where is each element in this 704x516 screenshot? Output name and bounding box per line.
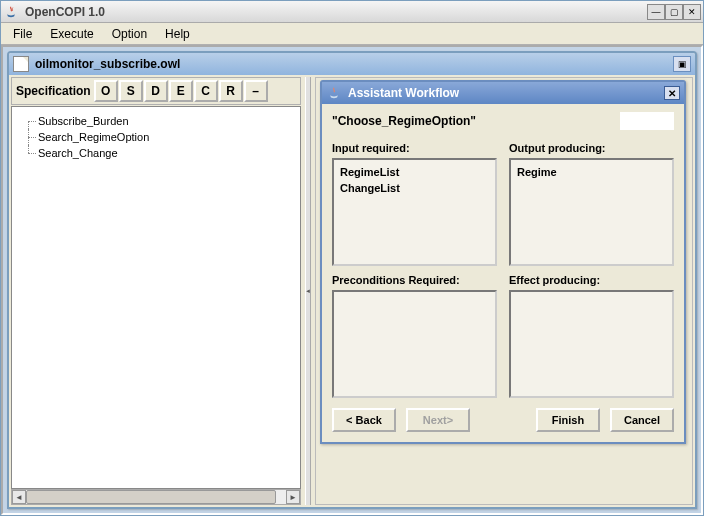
menu-execute[interactable]: Execute — [42, 25, 101, 43]
dialog-title: Assistant Workflow — [346, 86, 664, 100]
effects-list[interactable] — [509, 290, 674, 398]
window-titlebar: OpenCOPI 1.0 — ▢ ✕ — [1, 1, 703, 23]
scroll-right-button[interactable]: ► — [286, 490, 300, 504]
minimize-button[interactable]: — — [647, 4, 665, 20]
assistant-workflow-dialog: Assistant Workflow ✕ "Choose_RegimeOptio… — [320, 80, 686, 444]
specification-tree[interactable]: Subscribe_Burden Search_RegimeOption Sea… — [11, 106, 301, 489]
finish-button[interactable]: Finish — [536, 408, 600, 432]
scroll-left-button[interactable]: ◄ — [12, 490, 26, 504]
tree-item[interactable]: Subscribe_Burden — [16, 113, 296, 129]
next-button[interactable]: Next> — [406, 408, 470, 432]
horizontal-scrollbar[interactable]: ◄ ► — [11, 489, 301, 505]
close-button[interactable]: ✕ — [683, 4, 701, 20]
tree-item[interactable]: Search_Change — [16, 145, 296, 161]
spec-button-e[interactable]: E — [169, 80, 193, 102]
spec-button-c[interactable]: C — [194, 80, 218, 102]
cancel-button[interactable]: Cancel — [610, 408, 674, 432]
input-required-label: Input required: — [332, 142, 497, 154]
spec-button-r[interactable]: R — [219, 80, 243, 102]
menu-file[interactable]: File — [5, 25, 40, 43]
dialog-titlebar[interactable]: Assistant Workflow ✕ — [322, 82, 684, 104]
spec-button-d[interactable]: D — [144, 80, 168, 102]
menu-help[interactable]: Help — [157, 25, 198, 43]
window-title: OpenCOPI 1.0 — [23, 5, 647, 19]
workflow-name-field[interactable] — [620, 112, 674, 130]
preconditions-list[interactable] — [332, 290, 497, 398]
maximize-button[interactable]: ▢ — [665, 4, 683, 20]
preconditions-label: Preconditions Required: — [332, 274, 497, 286]
spec-button-o[interactable]: O — [94, 80, 118, 102]
effect-producing-label: Effect producing: — [509, 274, 674, 286]
internal-maximize-button[interactable]: ▣ — [673, 56, 691, 72]
input-required-list[interactable]: RegimeList ChangeList — [332, 158, 497, 266]
spec-button-s[interactable]: S — [119, 80, 143, 102]
java-icon — [326, 85, 342, 101]
java-icon — [3, 4, 19, 20]
output-producing-list[interactable]: Regime — [509, 158, 674, 266]
list-item[interactable]: Regime — [517, 164, 666, 180]
internal-frame-titlebar[interactable]: oilmonitor_subscribe.owl ▣ — [9, 53, 695, 75]
menubar: File Execute Option Help — [1, 23, 703, 45]
split-pane-divider[interactable] — [305, 77, 311, 505]
internal-frame: oilmonitor_subscribe.owl ▣ Specification… — [7, 51, 697, 509]
spec-button-collapse[interactable]: – — [244, 80, 268, 102]
menu-option[interactable]: Option — [104, 25, 155, 43]
specification-toolbar: Specification O S D E C R – — [11, 77, 301, 105]
list-item[interactable]: ChangeList — [340, 180, 489, 196]
dialog-close-button[interactable]: ✕ — [664, 86, 680, 100]
back-button[interactable]: < Back — [332, 408, 396, 432]
workflow-name: "Choose_RegimeOption" — [332, 114, 476, 128]
document-icon — [13, 56, 29, 72]
internal-frame-title: oilmonitor_subscribe.owl — [33, 57, 673, 71]
list-item[interactable]: RegimeList — [340, 164, 489, 180]
scroll-thumb[interactable] — [26, 490, 276, 504]
specification-label: Specification — [16, 84, 91, 98]
output-producing-label: Output producing: — [509, 142, 674, 154]
tree-item[interactable]: Search_RegimeOption — [16, 129, 296, 145]
scroll-track[interactable] — [26, 490, 286, 504]
